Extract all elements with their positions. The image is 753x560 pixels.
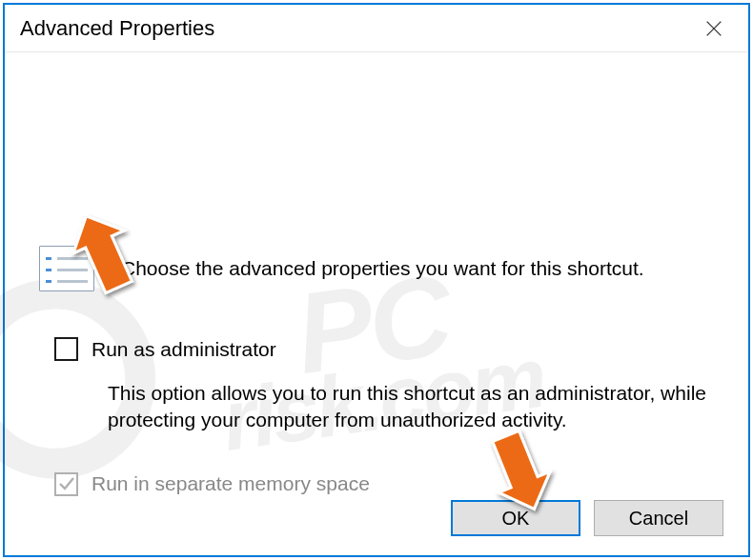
dialog-content: PC risk.com Choose the advanced properti… <box>5 52 748 555</box>
cancel-button[interactable]: Cancel <box>594 500 723 536</box>
close-icon <box>703 18 724 39</box>
properties-icon <box>39 246 94 291</box>
run-as-admin-checkbox[interactable] <box>54 337 78 361</box>
option-separate-memory: Run in separate memory space <box>54 472 714 496</box>
dialog-title: Advanced Properties <box>20 16 685 41</box>
ok-button[interactable]: OK <box>451 500 580 536</box>
check-icon <box>57 474 76 493</box>
intro-row: Choose the advanced properties you want … <box>39 246 714 291</box>
separate-memory-checkbox <box>54 472 78 496</box>
run-as-admin-label: Run as administrator <box>92 338 276 361</box>
titlebar: Advanced Properties <box>5 5 748 52</box>
dialog-window: Advanced Properties PC risk.com Choose t… <box>3 3 750 557</box>
intro-text: Choose the advanced properties you want … <box>121 257 644 280</box>
separate-memory-label: Run in separate memory space <box>92 472 370 495</box>
option-run-as-admin: Run as administrator This option allows … <box>54 337 714 434</box>
run-as-admin-description: This option allows you to run this short… <box>108 380 714 434</box>
dialog-footer: OK Cancel <box>451 500 723 536</box>
close-button[interactable] <box>685 10 743 48</box>
